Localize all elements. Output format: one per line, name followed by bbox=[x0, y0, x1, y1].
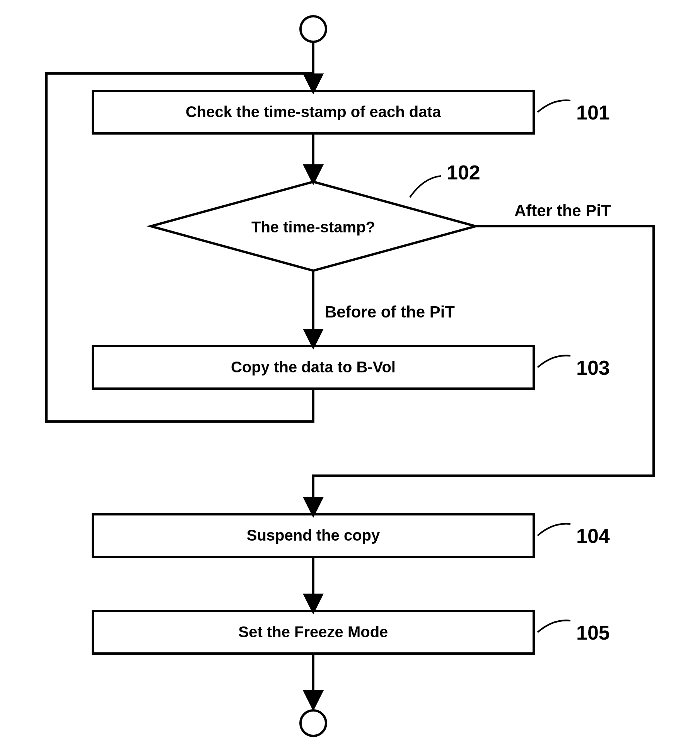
step-101-text: Check the time-stamp of each data bbox=[186, 103, 441, 120]
end-terminator bbox=[300, 710, 326, 736]
decision-102-text: The time-stamp? bbox=[251, 218, 375, 236]
ref-105: 105 bbox=[576, 621, 610, 644]
leader-105 bbox=[538, 620, 570, 632]
flowchart: Check the time-stamp of each data 101 Th… bbox=[0, 0, 700, 756]
step-104-text: Suspend the copy bbox=[247, 527, 380, 544]
ref-104: 104 bbox=[576, 525, 610, 547]
branch-after-label: After the PiT bbox=[514, 201, 611, 220]
leader-103 bbox=[538, 355, 570, 367]
leader-101 bbox=[538, 100, 570, 112]
step-103-text: Copy the data to B-Vol bbox=[231, 358, 396, 375]
ref-102: 102 bbox=[447, 161, 480, 184]
start-terminator bbox=[300, 16, 326, 42]
branch-before-label: Before of the PiT bbox=[325, 303, 455, 321]
ref-103: 103 bbox=[576, 357, 610, 379]
leader-102 bbox=[410, 176, 441, 197]
leader-104 bbox=[538, 524, 570, 536]
ref-101: 101 bbox=[576, 101, 610, 124]
step-105-text: Set the Freeze Mode bbox=[239, 623, 388, 640]
